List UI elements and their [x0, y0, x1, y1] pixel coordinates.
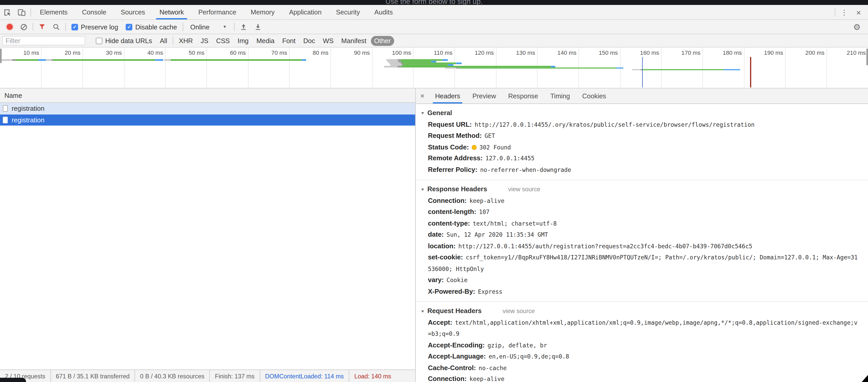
filter-type-all[interactable]: All — [157, 36, 170, 46]
search-icon[interactable] — [49, 20, 64, 34]
waterfall-bar-segment — [401, 59, 442, 61]
kebab-menu-icon[interactable]: ⋮ — [837, 5, 851, 20]
request-rows: registrationregistration — [0, 103, 415, 126]
view-source-link[interactable]: view source — [508, 186, 540, 193]
export-har-icon[interactable] — [251, 20, 265, 34]
page-banner-text: Use the form below to sign up. — [385, 0, 483, 5]
devtools-main-tabs: ElementsConsoleSourcesNetworkPerformance… — [33, 5, 400, 20]
waterfall-bar-segment — [404, 64, 448, 66]
filter-type-media[interactable]: Media — [253, 36, 278, 46]
close-devtools-icon[interactable]: × — [851, 5, 866, 20]
header-key: Status Code: — [428, 143, 469, 151]
waterfall-bar-segment — [724, 69, 740, 70]
throttling-dropdown[interactable]: Online ▼ — [190, 23, 227, 31]
filter-type-ws[interactable]: WS — [319, 36, 337, 46]
header-key: Request Method: — [428, 132, 482, 139]
filter-type-other[interactable]: Other — [371, 36, 394, 46]
header-value: http://127.0.0.1:4455/.ory/kratos/public… — [474, 121, 754, 128]
timeline-tick-label: 90 ms — [340, 49, 370, 56]
tab-application[interactable]: Application — [282, 5, 329, 20]
waterfall-bar-segment — [388, 61, 399, 63]
filter-type-js[interactable]: JS — [197, 36, 212, 46]
waterfall-bar-segment — [403, 63, 456, 64]
tab-memory[interactable]: Memory — [243, 5, 282, 20]
request-row-registration[interactable]: registration — [0, 103, 415, 114]
preserve-log-checkbox[interactable]: ✓ Preserve log — [71, 23, 118, 31]
timeline-tick-label: 190 ms — [753, 49, 783, 56]
waterfall-bar-segment — [456, 63, 462, 64]
filter-type-img[interactable]: Img — [234, 36, 252, 46]
details-tab-cookies[interactable]: Cookies — [576, 89, 612, 104]
checkbox-checked-icon: ✓ — [126, 24, 132, 30]
header-key: content-type: — [428, 219, 470, 227]
filter-type-font[interactable]: Font — [279, 36, 299, 46]
page-banner: Use the form below to sign up. — [0, 0, 868, 5]
header-row: Cache-Control:no-cache — [428, 362, 858, 374]
waterfall-bar-segment — [384, 66, 398, 67]
section-title-request-headers[interactable]: ▼Request Headersview source — [428, 305, 858, 317]
timeline-gridline — [124, 47, 124, 88]
details-tab-response[interactable]: Response — [502, 89, 544, 104]
notification-corner — [0, 378, 26, 382]
header-row: Request Method:GET — [428, 130, 858, 141]
tab-console[interactable]: Console — [75, 5, 114, 20]
timeline-tick-label: 100 ms — [381, 49, 411, 56]
tab-audits[interactable]: Audits — [367, 5, 400, 20]
record-icon[interactable] — [2, 20, 17, 34]
header-value: http://127.0.0.1:4455/auth/registration?… — [458, 243, 752, 249]
section-title-general[interactable]: ▼General — [428, 107, 858, 119]
waterfall-bar-segment — [643, 69, 724, 70]
request-row-registration[interactable]: registration — [0, 114, 415, 126]
waterfall-overview[interactable]: 10 ms20 ms30 ms40 ms50 ms60 ms70 ms80 ms… — [0, 47, 868, 89]
resource-type-filters: AllXHRJSCSSImgMediaFontDocWSManifestOthe… — [156, 36, 395, 46]
device-toolbar-icon[interactable] — [14, 5, 29, 20]
header-value: gzip, deflate, br — [488, 342, 547, 348]
header-value: keep-alive — [469, 376, 504, 382]
tabbar-right-controls: ⋮ × — [833, 5, 868, 20]
filter-funnel-icon[interactable] — [35, 20, 49, 34]
filter-input[interactable] — [2, 36, 85, 45]
details-tab-timing[interactable]: Timing — [544, 89, 576, 104]
filter-type-manifest[interactable]: Manifest — [338, 36, 370, 46]
settings-gear-icon[interactable]: ⚙ — [851, 22, 863, 32]
tab-elements[interactable]: Elements — [33, 5, 75, 20]
timeline-gridline — [289, 47, 289, 88]
filter-type-doc[interactable]: Doc — [300, 36, 318, 46]
disable-cache-checkbox[interactable]: ✓ Disable cache — [126, 23, 177, 31]
waterfall-bar-segment — [15, 59, 38, 61]
hide-data-urls-checkbox[interactable]: Hide data URLs — [96, 37, 152, 45]
document-icon — [3, 117, 8, 124]
name-column-header[interactable]: Name — [0, 89, 415, 103]
header-key: Accept-Language: — [428, 352, 486, 360]
waterfall-bar-segment — [456, 67, 459, 69]
overview-left-grip[interactable] — [0, 49, 2, 63]
clear-icon[interactable] — [17, 20, 31, 34]
header-row: set-cookie:csrf_token=y1//BqpRxuFY8Hw418… — [428, 252, 858, 274]
import-har-icon[interactable] — [236, 20, 251, 34]
section-title-response-headers[interactable]: ▼Response Headersview source — [428, 183, 858, 195]
header-value: keep-alive — [469, 197, 504, 204]
details-tab-preview[interactable]: Preview — [466, 89, 502, 104]
filter-type-css[interactable]: CSS — [213, 36, 233, 46]
tab-network[interactable]: Network — [152, 5, 191, 20]
close-details-icon[interactable]: × — [416, 92, 429, 100]
header-key: Accept-Encoding: — [428, 341, 485, 349]
waterfall-bar-segment — [397, 59, 401, 61]
waterfall-bar-segment — [448, 64, 454, 66]
summary-item: 671 B / 35.1 KB transferred — [51, 370, 134, 382]
header-value: GET — [485, 132, 495, 139]
details-tab-headers[interactable]: Headers — [429, 89, 466, 104]
waterfall-bar-segment — [445, 67, 456, 69]
tab-sources[interactable]: Sources — [114, 5, 152, 20]
checkbox-unchecked-icon — [96, 37, 102, 44]
disclosure-triangle-icon: ▼ — [420, 306, 425, 317]
view-source-link[interactable]: view source — [503, 307, 535, 314]
waterfall-bar-segment — [398, 61, 401, 63]
inspect-icon[interactable] — [0, 5, 14, 20]
filter-type-xhr[interactable]: XHR — [176, 36, 196, 46]
timeline-gridline — [165, 47, 165, 88]
timeline-tick-label: 140 ms — [547, 49, 577, 56]
tab-performance[interactable]: Performance — [191, 5, 244, 20]
tab-security[interactable]: Security — [329, 5, 367, 20]
overview-right-grip[interactable] — [866, 49, 868, 65]
